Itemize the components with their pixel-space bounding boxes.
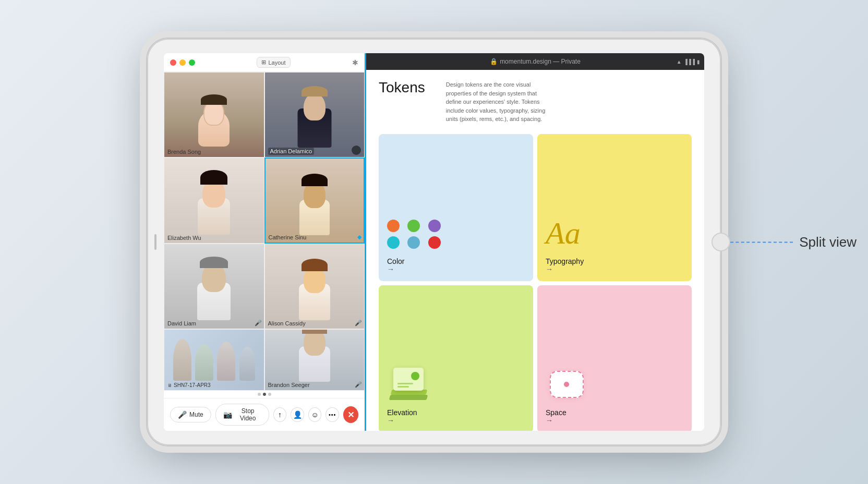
color-card-arrow: → [387, 265, 525, 273]
maximize-button[interactable] [189, 59, 195, 66]
split-view-text: Split view [799, 234, 857, 250]
space-card-arrow: → [546, 417, 683, 424]
video-header: ⊞ Layout ✱ [164, 53, 365, 72]
participant-name-1: Brenda Song [167, 149, 201, 155]
participant-name-5: David Liam [167, 320, 196, 326]
elevation-card[interactable]: Elevation → [379, 285, 533, 431]
split-view-line [730, 241, 793, 243]
more-icon: ••• [329, 412, 336, 418]
typography-card-arrow: → [546, 265, 683, 273]
close-button[interactable] [170, 59, 176, 66]
tablet-frame: ⊞ Layout ✱ [147, 39, 721, 445]
participant-name-6: Alison Cassidy [268, 320, 306, 326]
participant-cell-6: Alison Cassidy 🎤 [264, 244, 365, 329]
side-button [154, 234, 156, 250]
mute-icon-5: 🎤 [255, 320, 262, 326]
color-dots [387, 220, 444, 249]
typography-visual: Aa [546, 217, 683, 249]
token-grid: Color → Aa Typography → [379, 134, 692, 431]
tokens-header: Tokens Design tokens are the core visual… [379, 80, 692, 124]
color-dot-blue [407, 236, 420, 249]
participant-cell-3: Elizabeth Wu [164, 158, 264, 243]
stop-video-button[interactable]: 📷 Stop Video [215, 404, 269, 426]
layout-button[interactable]: ⊞ Layout [257, 57, 290, 68]
battery-icon: ▮ [697, 59, 700, 65]
mute-button[interactable]: 🎤 Mute [170, 407, 211, 422]
dot-3 [268, 393, 271, 396]
share-icon: ↑ [278, 410, 282, 419]
grid-icon: ⊞ [261, 59, 266, 66]
elevation-card-title: Elevation [387, 408, 525, 417]
traffic-lights [170, 59, 195, 66]
end-call-button[interactable]: ✕ [343, 406, 358, 423]
mic-icon: 🎤 [178, 410, 187, 419]
participant-cell-2: Adrian Delamico [264, 72, 365, 158]
page-description: Design tokens are the core visual proper… [446, 80, 550, 124]
signal-icon: ▐▐▐ [684, 59, 695, 65]
color-card-title: Color [387, 257, 525, 265]
minimize-button[interactable] [179, 59, 186, 66]
color-dot-green [407, 220, 420, 232]
color-card[interactable]: Color → [379, 134, 533, 281]
share-button[interactable]: ↑ [273, 407, 287, 422]
video-grid: Brenda Song Adrian Delamico [164, 72, 365, 391]
active-indicator: ◆ [357, 234, 361, 240]
participant-name-4: Catherine Sinu [269, 234, 307, 240]
camera-icon: 📷 [223, 410, 232, 419]
more-button[interactable]: ••• [326, 407, 339, 422]
page-dots [164, 391, 365, 398]
space-card-title: Space [546, 408, 683, 417]
elevation-card-arrow: → [387, 417, 525, 424]
participants-icon: 👤 [293, 410, 302, 419]
participant-name-8: Brandon Seeger [268, 382, 310, 388]
participant-name-2: Adrian Delamico [268, 148, 315, 155]
home-button[interactable] [712, 233, 730, 251]
typography-card[interactable]: Aa Typography → [537, 134, 692, 281]
bluetooth-icon: ✱ [352, 58, 358, 67]
tablet: ⊞ Layout ✱ [147, 39, 721, 445]
reactions-button[interactable]: ☺ [308, 407, 322, 422]
participant-cell-8: Brandon Seeger 🎤 [264, 329, 365, 391]
browser-url-bar[interactable]: 🔒 momentum.design — Private [490, 58, 581, 65]
browser-panel: 🔒 momentum.design — Private ▲ ▐▐▐ ▮ Toke… [365, 53, 704, 431]
tablet-screen: ⊞ Layout ✱ [164, 53, 704, 431]
page-title: Tokens [379, 80, 425, 95]
participant-cell-1: Brenda Song [164, 72, 264, 158]
video-controls: 🎤 Mute 📷 Stop Video ↑ 👤 ☺ [164, 398, 365, 431]
participant-cell-4: Catherine Sinu ◆ [264, 158, 365, 243]
space-card[interactable]: Space → [537, 285, 692, 431]
browser-header: 🔒 momentum.design — Private ▲ ▐▐▐ ▮ [366, 53, 704, 70]
color-dot-cyan [387, 236, 400, 249]
lock-icon: 🔒 [490, 58, 498, 65]
split-view-label: Split view [730, 234, 857, 250]
reactions-icon: ☺ [311, 410, 318, 419]
video-panel: ⊞ Layout ✱ [164, 53, 365, 431]
participant-cell-5: David Liam 🎤 [164, 244, 264, 329]
participant-name-3: Elizabeth Wu [167, 235, 201, 241]
color-dot-red [428, 236, 441, 249]
dot-1 [258, 393, 261, 396]
color-dot-orange [387, 220, 400, 232]
mute-icon-6: 🎤 [355, 320, 362, 326]
color-dot-purple [428, 220, 441, 232]
space-visual [546, 369, 587, 400]
participants-button[interactable]: 👤 [291, 407, 304, 422]
typography-card-title: Typography [546, 257, 683, 265]
elevation-visual [387, 364, 434, 400]
wifi-icon: ▲ [677, 59, 682, 65]
meeting-id: 🖥 SHN7-17-APR3 [167, 382, 211, 388]
participant-cell-7: 🖥 SHN7-17-APR3 [164, 329, 264, 391]
dot-2 [263, 393, 266, 396]
status-icons: ▲ ▐▐▐ ▮ [677, 59, 700, 65]
mute-icon-8: 🎤 [355, 381, 362, 388]
end-call-icon: ✕ [347, 410, 354, 420]
browser-content: Tokens Design tokens are the core visual… [366, 70, 704, 431]
